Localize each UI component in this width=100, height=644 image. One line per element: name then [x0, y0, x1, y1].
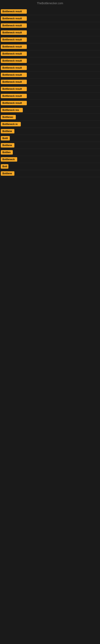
bottleneck-badge[interactable]: Bottleneck result	[1, 16, 27, 21]
bottleneck-badge[interactable]: Bottleneck re	[1, 122, 21, 126]
list-item: Bottleneck result	[0, 22, 100, 29]
list-item: Bottleneck result	[0, 50, 100, 57]
list-item: Bottlene	[0, 142, 100, 149]
list-item: Bottl	[0, 135, 100, 142]
list-item: Bottleneck result	[0, 86, 100, 92]
list-item: Bottlen	[0, 149, 100, 156]
bottleneck-badge[interactable]: Bottlenec	[1, 115, 16, 119]
bottleneck-badge[interactable]: Bottleneck result	[1, 38, 27, 42]
bottleneck-badge[interactable]: Bottl	[1, 136, 10, 140]
list-item: Bottleneck result	[0, 78, 100, 86]
list-item: Bottleneck result	[0, 43, 100, 50]
list-item: Bottleneck result	[0, 92, 100, 100]
bottleneck-badge[interactable]: Bottleneck result	[1, 66, 27, 70]
bottleneck-badge[interactable]: Bottleneck result	[1, 94, 27, 98]
bottleneck-badge[interactable]: Bottleneck result	[1, 23, 27, 28]
list-item: Bottlene	[0, 128, 100, 135]
list-item: Bottleneck result	[0, 29, 100, 36]
bottleneck-badge[interactable]: Bott	[1, 164, 8, 169]
bottleneck-badge[interactable]: Bottleneck result	[1, 52, 27, 56]
bottleneck-badge[interactable]: Bottleneck	[1, 157, 17, 162]
list-item: Bottleneck re	[0, 121, 100, 128]
list-item: Bottleneck result	[0, 8, 100, 15]
list-item: Bottleneck result	[0, 15, 100, 22]
bottleneck-badge[interactable]: Bottlen	[1, 150, 13, 154]
list-item: Bottleneck result	[0, 100, 100, 107]
site-header: TheBottlenecker.com	[0, 0, 100, 7]
bottleneck-badge[interactable]: Bottleneck result	[1, 80, 27, 84]
list-item: Bottlene	[0, 170, 100, 177]
bottleneck-badge[interactable]: Bottleneck result	[1, 30, 27, 35]
list-item: Bottleneck result	[0, 36, 100, 43]
list-item: Bottleneck	[0, 156, 100, 163]
bottleneck-badge[interactable]: Bottleneck result	[1, 44, 27, 49]
bottleneck-badge[interactable]: Bottleneck result	[1, 73, 27, 77]
bottleneck-badge[interactable]: Bottleneck result	[1, 87, 27, 91]
list-item: Bottleneck res	[0, 107, 100, 114]
bottleneck-badge[interactable]: Bottleneck result	[1, 58, 27, 63]
bottleneck-badge[interactable]: Bottlene	[1, 129, 14, 134]
bottleneck-badge[interactable]: Bottlene	[1, 143, 14, 148]
items-container: Bottleneck resultBottleneck resultBottle…	[0, 7, 100, 177]
bottleneck-badge[interactable]: Bottleneck result	[1, 9, 27, 14]
list-item: Bottleneck result	[0, 57, 100, 64]
list-item: Bottlenec	[0, 114, 100, 121]
bottleneck-badge[interactable]: Bottlene	[1, 171, 14, 176]
bottleneck-badge[interactable]: Bottleneck result	[1, 101, 27, 105]
bottleneck-badge[interactable]: Bottleneck res	[1, 108, 23, 112]
list-item: Bott	[0, 163, 100, 170]
list-item: Bottleneck result	[0, 64, 100, 72]
site-title: TheBottlenecker.com	[37, 2, 63, 5]
list-item: Bottleneck result	[0, 72, 100, 78]
